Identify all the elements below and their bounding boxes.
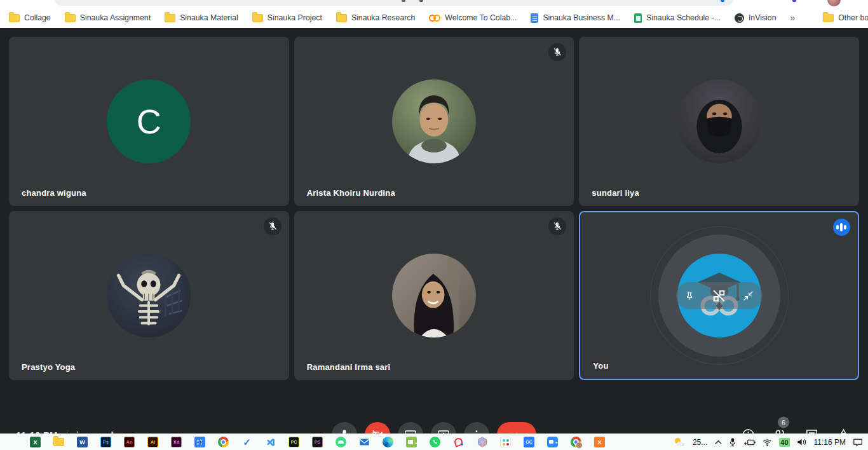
- folder-icon: [9, 14, 20, 22]
- check-glyph: ✓: [243, 437, 251, 448]
- ui-fragment: [792, 0, 796, 2]
- phone-glyph: [432, 439, 438, 446]
- tray-mic-icon[interactable]: [729, 437, 736, 447]
- system-tray: 25... 40 11:16 PM: [674, 437, 868, 447]
- tray-chevron-icon[interactable]: [714, 439, 722, 445]
- participant-tile-prastyo[interactable]: Prastyo Yoga: [9, 211, 289, 380]
- video-app-icon[interactable]: [547, 437, 558, 447]
- todo-check-icon[interactable]: ✓: [241, 437, 252, 447]
- participant-tile-sundari[interactable]: sundari liya: [579, 37, 859, 206]
- slack-icon[interactable]: [500, 437, 511, 447]
- participant-name: sundari liya: [592, 188, 639, 198]
- mail-glyph: [359, 437, 370, 447]
- pin-icon: [684, 290, 696, 302]
- ocam-icon[interactable]: OC: [524, 437, 534, 447]
- tray-volume-icon[interactable]: [797, 438, 807, 446]
- mic-muted-indicator: [548, 43, 566, 61]
- pycharm-icon[interactable]: PC: [288, 437, 299, 447]
- avatar: [677, 79, 761, 163]
- ps-glyph: Ps: [103, 439, 109, 445]
- avatar-photo: [392, 79, 476, 163]
- bookmark-sinauka-project[interactable]: Sinauka Project: [252, 13, 322, 22]
- sheets-icon: [634, 13, 642, 23]
- participant-count-badge: 6: [778, 417, 789, 428]
- mic-off-icon: [552, 221, 562, 231]
- tile-hover-actions: [676, 282, 763, 309]
- photoshop-icon[interactable]: Ps: [100, 437, 111, 447]
- oc-glyph: OC: [526, 440, 532, 444]
- participant-name: Ramandani Irma sari: [307, 362, 391, 372]
- php-glyph: PS: [315, 440, 320, 444]
- whatsapp-icon[interactable]: [430, 437, 440, 447]
- prism-app-icon[interactable]: [477, 437, 487, 447]
- animate-icon[interactable]: An: [124, 437, 135, 447]
- xampp-icon[interactable]: X: [594, 437, 605, 447]
- screen: Collage Sinauka Assignment Sinauka Mater…: [0, 0, 868, 450]
- bookmark-collage[interactable]: Collage: [9, 13, 51, 22]
- grid-off-icon: [711, 288, 727, 304]
- participant-tile-you[interactable]: You: [579, 211, 859, 380]
- mail-icon[interactable]: [359, 437, 370, 447]
- screen-recorder-icon[interactable]: [406, 437, 417, 447]
- remove-tile-button[interactable]: [711, 287, 728, 304]
- start-button-icon[interactable]: [6, 437, 17, 447]
- other-bookmarks[interactable]: Other bookmarks: [823, 13, 868, 22]
- illustrator-icon[interactable]: Ai: [147, 437, 158, 447]
- word-icon[interactable]: W: [77, 437, 88, 447]
- mic-off-icon: [552, 47, 562, 57]
- mic-muted-indicator: [264, 217, 281, 235]
- avatar: [392, 254, 476, 338]
- participant-tile-ramandani[interactable]: Ramandani Irma sari: [294, 211, 574, 380]
- weather-icon[interactable]: [674, 437, 686, 447]
- an-glyph: An: [126, 439, 133, 445]
- adobe-xd-icon[interactable]: Xd: [171, 437, 182, 447]
- mic-muted-indicator: [548, 217, 566, 235]
- bookmark-welcome-to-colab[interactable]: Welcome To Colab...: [429, 13, 517, 22]
- weather-temp[interactable]: 25...: [693, 438, 707, 447]
- bookmark-label: Sinauka Research: [351, 13, 415, 22]
- minimize-tile-button[interactable]: [740, 287, 757, 304]
- hexagon-glyph: [477, 437, 487, 447]
- tray-wifi-icon[interactable]: [763, 439, 772, 446]
- battery-percent-badge[interactable]: 40: [779, 438, 789, 447]
- bookmarks-bar: Collage Sinauka Assignment Sinauka Mater…: [0, 8, 868, 28]
- excel-glyph: X: [33, 439, 37, 446]
- participant-name: chandra wiguna: [22, 188, 86, 198]
- avatar-photo: [677, 79, 761, 163]
- bookmark-sinauka-assignment[interactable]: Sinauka Assignment: [65, 13, 151, 22]
- participant-name: Arista Khoiru Nurdina: [307, 188, 395, 198]
- audio-level-indicator: [833, 219, 850, 236]
- participant-tile-arista[interactable]: Arista Khoiru Nurdina: [294, 37, 574, 206]
- bookmark-sinauka-business[interactable]: Sinauka Business M...: [531, 13, 620, 23]
- bookmark-label: Sinauka Schedule -...: [646, 13, 721, 22]
- android-studio-icon[interactable]: [336, 437, 346, 447]
- vs-glyph: [266, 437, 276, 447]
- red-app-icon[interactable]: [453, 437, 464, 447]
- taskbar-clock[interactable]: 11:16 PM: [814, 438, 846, 447]
- bookmark-label: Sinauka Project: [268, 13, 322, 22]
- action-center-icon[interactable]: [853, 438, 863, 447]
- chrome-icon[interactable]: [218, 437, 229, 447]
- phpstorm-icon[interactable]: PS: [312, 437, 323, 447]
- tray-battery-icon[interactable]: [743, 439, 756, 446]
- bookmarks-overflow-chevron[interactable]: »: [790, 13, 795, 23]
- file-explorer-icon[interactable]: [53, 437, 64, 447]
- pin-tile-button[interactable]: [682, 287, 698, 304]
- ai-glyph: Ai: [151, 439, 156, 445]
- avatar: [392, 79, 476, 163]
- participant-tile-chandra[interactable]: C chandra wiguna: [9, 37, 289, 206]
- bookmark-label: Sinauka Assignment: [80, 13, 151, 22]
- calendar-app-icon[interactable]: [194, 437, 205, 447]
- visual-studio-icon[interactable]: [265, 437, 276, 447]
- edge-icon[interactable]: [383, 437, 393, 447]
- avatar-initial: C: [137, 102, 161, 141]
- bookmark-sinauka-schedule[interactable]: Sinauka Schedule -...: [634, 13, 721, 23]
- bookmark-sinauka-material[interactable]: Sinauka Material: [165, 13, 238, 22]
- bookmark-invision[interactable]: InVision: [735, 13, 776, 23]
- folder-icon: [336, 14, 347, 22]
- chrome-profile-icon[interactable]: [571, 437, 581, 447]
- excel-icon[interactable]: X: [30, 437, 41, 447]
- avatar: C: [107, 79, 191, 163]
- bookmark-sinauka-research[interactable]: Sinauka Research: [336, 13, 415, 22]
- browser-profile-avatar[interactable]: [827, 0, 841, 6]
